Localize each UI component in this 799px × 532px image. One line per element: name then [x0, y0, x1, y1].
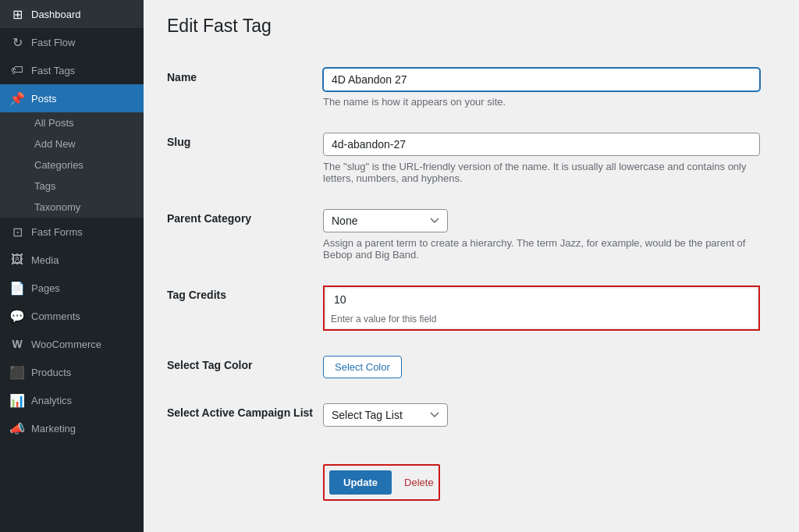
media-icon: 🖼: [9, 252, 25, 268]
sidebar-subitem-add-new[interactable]: Add New: [0, 133, 144, 154]
sidebar-item-dashboard[interactable]: ⊞ Dashboard: [0, 0, 144, 28]
sidebar-item-posts[interactable]: 📌 Posts: [0, 84, 144, 112]
parent-label: Parent Category: [167, 197, 323, 273]
credits-row: Tag Credits Enter a value for this field: [167, 273, 776, 343]
analytics-icon: 📊: [9, 392, 25, 408]
update-button[interactable]: Update: [329, 470, 392, 495]
name-input[interactable]: [323, 68, 760, 91]
sidebar-subitem-categories[interactable]: Categories: [0, 154, 144, 176]
sidebar-item-fast-flow[interactable]: ↻ Fast Flow: [0, 28, 144, 56]
sidebar-item-label: WooCommerce: [31, 339, 101, 350]
sidebar: ⊞ Dashboard ↻ Fast Flow 🏷 Fast Tags 📌 Po…: [0, 0, 144, 532]
credits-input[interactable]: [326, 289, 757, 310]
slug-input[interactable]: [323, 133, 760, 156]
campaign-row: Select Active Campaign List Select Tag L…: [167, 391, 776, 439]
fast-forms-icon: ⊡: [9, 224, 25, 239]
name-description: The name is how it appears on your site.: [323, 96, 760, 108]
sidebar-item-label: Marketing: [31, 423, 76, 434]
sidebar-item-woocommerce[interactable]: W WooCommerce: [0, 330, 144, 358]
sidebar-item-label: Posts: [31, 93, 57, 105]
slug-label: Slug: [167, 120, 323, 197]
page-title: Edit Fast Tag: [167, 16, 776, 37]
dashboard-icon: ⊞: [9, 6, 25, 22]
parent-row: Parent Category None Assign a parent ter…: [167, 197, 776, 273]
sidebar-item-comments[interactable]: 💬 Comments: [0, 302, 144, 330]
sidebar-subitem-taxonomy[interactable]: Taxonomy: [0, 197, 144, 218]
marketing-icon: 📣: [9, 420, 25, 436]
sidebar-subitem-tags[interactable]: Tags: [0, 176, 144, 197]
credits-label: Tag Credits: [167, 273, 323, 343]
edit-form: Name The name is how it appears on your …: [167, 55, 776, 513]
action-buttons: Update Delete: [323, 464, 440, 501]
fast-tags-icon: 🏷: [9, 62, 25, 78]
color-row: Select Tag Color Select Color: [167, 343, 776, 391]
sidebar-item-media[interactable]: 🖼 Media: [0, 246, 144, 274]
action-row: Update Delete: [167, 439, 776, 513]
sidebar-item-products[interactable]: ⬛ Products: [0, 358, 144, 386]
parent-select[interactable]: None: [323, 209, 448, 232]
fast-flow-icon: ↻: [9, 34, 25, 50]
parent-cell: None Assign a parent term to create a hi…: [323, 197, 776, 273]
main-content: Edit Fast Tag Name The name is how it ap…: [144, 0, 799, 532]
sidebar-item-label: Products: [31, 367, 71, 378]
sidebar-item-label: Dashboard: [31, 9, 81, 20]
slug-row: Slug The "slug" is the URL-friendly vers…: [167, 120, 776, 197]
parent-description: Assign a parent term to create a hierarc…: [323, 237, 760, 261]
color-cell: Select Color: [323, 343, 776, 391]
sidebar-item-pages[interactable]: 📄 Pages: [0, 274, 144, 302]
name-cell: The name is how it appears on your site.: [323, 55, 776, 120]
sidebar-item-label: Fast Forms: [31, 226, 83, 238]
action-cell: Update Delete: [323, 439, 776, 513]
slug-cell: The "slug" is the URL-friendly version o…: [323, 120, 776, 197]
sidebar-item-label: Media: [31, 254, 59, 266]
color-select-button[interactable]: Select Color: [323, 356, 402, 378]
color-label: Select Tag Color: [167, 343, 323, 391]
delete-link[interactable]: Delete: [404, 477, 434, 488]
credits-error-box: Enter a value for this field: [323, 286, 760, 331]
sidebar-item-marketing[interactable]: 📣 Marketing: [0, 414, 144, 442]
woocommerce-icon: W: [9, 336, 25, 352]
sidebar-item-label: Analytics: [31, 395, 72, 406]
sidebar-item-label: Fast Tags: [31, 65, 75, 76]
sidebar-item-analytics[interactable]: 📊 Analytics: [0, 386, 144, 414]
action-spacer: [167, 439, 323, 513]
pages-icon: 📄: [9, 280, 25, 296]
products-icon: ⬛: [9, 364, 25, 380]
credits-error-message: Enter a value for this field: [326, 310, 757, 328]
credits-cell: Enter a value for this field: [323, 273, 776, 343]
sidebar-item-label: Comments: [31, 310, 80, 322]
campaign-label: Select Active Campaign List: [167, 391, 323, 439]
campaign-select[interactable]: Select Tag List: [323, 403, 448, 427]
sidebar-item-fast-tags[interactable]: 🏷 Fast Tags: [0, 56, 144, 84]
slug-description: The "slug" is the URL-friendly version o…: [323, 161, 760, 184]
sidebar-subitem-all-posts[interactable]: All Posts: [0, 112, 144, 133]
sidebar-item-label: Pages: [31, 282, 60, 294]
sidebar-item-fast-forms[interactable]: ⊡ Fast Forms: [0, 218, 144, 246]
campaign-cell: Select Tag List: [323, 391, 776, 439]
name-label: Name: [167, 55, 323, 120]
comments-icon: 💬: [9, 308, 25, 324]
name-row: Name The name is how it appears on your …: [167, 55, 776, 120]
posts-submenu: All Posts Add New Categories Tags Taxono…: [0, 112, 144, 218]
sidebar-item-label: Fast Flow: [31, 37, 75, 48]
posts-icon: 📌: [9, 90, 25, 106]
